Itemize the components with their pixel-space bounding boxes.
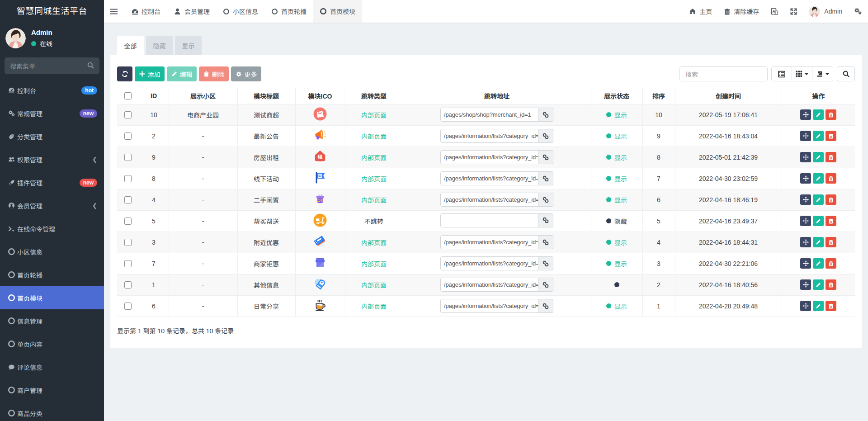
svg-text:二手: 二手 xyxy=(317,198,324,203)
svg-text:租: 租 xyxy=(318,153,323,160)
svg-text:A: A xyxy=(773,9,775,13)
svg-text:¥: ¥ xyxy=(319,173,321,178)
